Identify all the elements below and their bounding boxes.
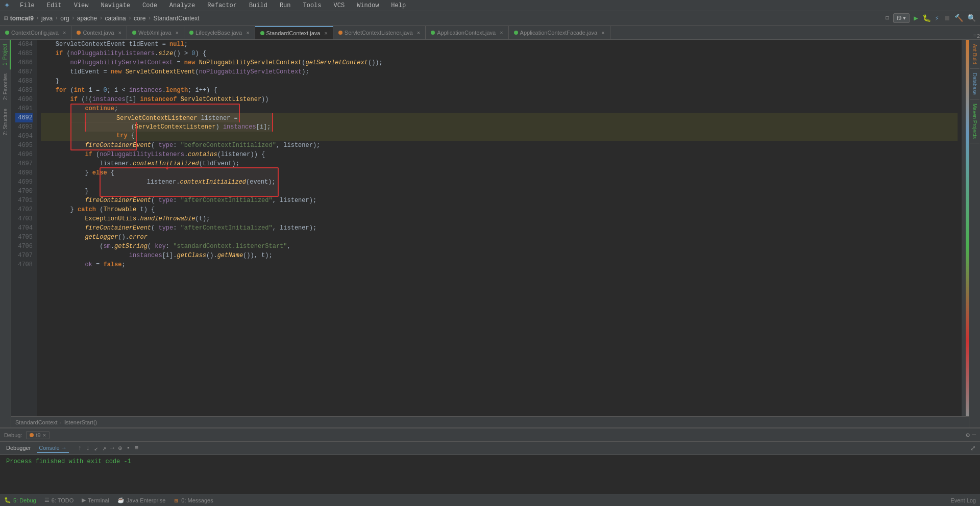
tab-count: ≡2 bbox=[969, 33, 980, 39]
line-num-4698: 4698 bbox=[15, 168, 33, 178]
search-button[interactable]: 🔍 bbox=[967, 14, 976, 22]
tab-context[interactable]: Context.java × bbox=[71, 26, 127, 39]
debug-tab-close[interactable]: × bbox=[43, 432, 46, 438]
tab-close-context[interactable]: × bbox=[118, 30, 121, 36]
debug-toolbar-down[interactable]: ↓ bbox=[85, 443, 91, 453]
status-todo[interactable]: ☰ 6: TODO bbox=[44, 497, 74, 503]
tab-dot-servletcontextlistener bbox=[338, 31, 342, 35]
toolbar-layout-icon[interactable]: ⊞ bbox=[4, 14, 8, 22]
menu-window[interactable]: Window bbox=[355, 1, 381, 10]
tab-close-standardcontext[interactable]: × bbox=[324, 30, 327, 36]
tab-close-applicationcontext[interactable]: × bbox=[500, 30, 503, 36]
code-line-4708: ok = false; bbox=[41, 260, 958, 269]
profile-button[interactable]: ⚡ bbox=[935, 14, 939, 22]
debug-toolbar-step-over[interactable]: ↙ bbox=[93, 443, 99, 453]
tab-close-servletcontextlistener[interactable]: × bbox=[417, 30, 420, 36]
status-messages[interactable]: 🗉 0: Messages bbox=[174, 497, 213, 503]
debug-minimize-icon[interactable]: — bbox=[972, 431, 976, 439]
tab-close-lifecyclebase[interactable]: × bbox=[246, 30, 249, 36]
status-java-enterprise[interactable]: ☕ Java Enterprise bbox=[117, 497, 165, 503]
menu-tools[interactable]: Tools bbox=[301, 1, 324, 10]
panel-database[interactable]: Database bbox=[970, 69, 979, 99]
code-line-4694: try { bbox=[41, 132, 958, 141]
tab-dot-lifecyclebase bbox=[189, 31, 193, 35]
debug-toolbar-maximize[interactable]: ⤢ bbox=[970, 444, 976, 452]
right-sidebar: Ant Build Database Maven Projects bbox=[969, 40, 980, 427]
build-button[interactable]: 🔨 bbox=[954, 14, 963, 22]
tab-close-contextconfig[interactable]: × bbox=[63, 30, 66, 36]
status-terminal[interactable]: ▶ Terminal bbox=[82, 497, 109, 503]
debug-settings-icon[interactable]: ⚙ bbox=[966, 431, 970, 439]
breadcrumb-footer: StandardContext › listenerStart() bbox=[11, 416, 969, 427]
menu-view[interactable]: View bbox=[72, 1, 91, 10]
code-line-4696: if (noPluggabilityListeners.contains(lis… bbox=[41, 150, 958, 159]
menu-navigate[interactable]: Navigate bbox=[99, 1, 132, 10]
tab-lifecyclebase[interactable]: LifecycleBase.java × bbox=[184, 26, 255, 39]
debug-toolbar-evaluate[interactable]: ⊕ bbox=[117, 443, 124, 453]
menu-run[interactable]: Run bbox=[278, 1, 293, 10]
debug-tab-debugger[interactable]: Debugger bbox=[4, 444, 33, 453]
debug-toolbar-up[interactable]: ↑ bbox=[77, 443, 83, 453]
panel-maven[interactable]: Maven Projects bbox=[970, 99, 979, 143]
debug-toolbar-resume[interactable]: → bbox=[109, 443, 115, 453]
tab-label-applicationcontextfacade: ApplicationContextFacade.java bbox=[520, 30, 598, 36]
line-numbers: 4684 4685 4686 4687 4688 4689 4690 4691 … bbox=[11, 40, 37, 416]
code-line-4693: (ServletContextListener) instances[i]; bbox=[41, 122, 958, 132]
tab-contextconfig[interactable]: ContextConfig.java × bbox=[0, 26, 71, 39]
menu-vcs[interactable]: VCS bbox=[332, 1, 347, 10]
process-output: Process finished with exit code -1 bbox=[6, 458, 131, 465]
code-line-4695: fireContainerEvent( type: "beforeContext… bbox=[41, 141, 958, 150]
tab-close-applicationcontextfacade[interactable]: × bbox=[601, 30, 604, 36]
debug-tab-badge[interactable]: t9 × bbox=[26, 431, 50, 439]
code-wrapper[interactable]: 4684 4685 4686 4687 4688 4689 4690 4691 … bbox=[11, 40, 969, 416]
tab-applicationcontext[interactable]: ApplicationContext.java × bbox=[426, 26, 508, 39]
stop-button[interactable]: ⏹ bbox=[943, 14, 950, 22]
play-button[interactable]: ▶ bbox=[914, 14, 918, 22]
menu-analyze[interactable]: Analyze bbox=[167, 1, 197, 10]
app-icon: ✦ bbox=[4, 2, 10, 9]
debug-button[interactable]: 🐛 bbox=[922, 14, 931, 22]
tab-applicationcontextfacade[interactable]: ApplicationContextFacade.java × bbox=[509, 26, 610, 39]
line-num-4684: 4684 bbox=[15, 40, 33, 49]
java-enterprise-label: Java Enterprise bbox=[127, 497, 165, 503]
menu-file[interactable]: File bbox=[18, 1, 37, 10]
event-log[interactable]: Event Log bbox=[950, 497, 976, 503]
code-content: ServletContextEvent tldEvent = null; if … bbox=[37, 40, 962, 416]
title-bar: ⊞ tomcat9 › java › org › apache › catali… bbox=[0, 11, 980, 26]
sidebar-structure[interactable]: Z: Structure bbox=[1, 105, 10, 139]
line-num-4689: 4689 bbox=[15, 86, 33, 95]
tab-label-servletcontextlistener: ServletContextListener.java bbox=[345, 30, 413, 36]
menu-help[interactable]: Help bbox=[389, 1, 408, 10]
code-line-4688: } bbox=[41, 77, 958, 86]
code-line-4707: instances[i].getClass().getName()), t); bbox=[41, 251, 958, 260]
menu-bar: ✦ File Edit View Navigate Code Analyze R… bbox=[0, 0, 980, 11]
breadcrumb-apache: apache bbox=[77, 15, 97, 22]
line-num-4685: 4685 bbox=[15, 49, 33, 58]
code-area: 4684 4685 4686 4687 4688 4689 4690 4691 … bbox=[11, 40, 969, 427]
panel-ant-build[interactable]: Ant Build bbox=[970, 40, 979, 69]
menu-build[interactable]: Build bbox=[247, 1, 270, 10]
menu-refactor[interactable]: Refactor bbox=[205, 1, 239, 10]
breadcrumb-java: java bbox=[41, 15, 53, 22]
debug-label: Debug: bbox=[4, 432, 22, 438]
debug-toolbar-stop[interactable]: ▪ bbox=[126, 443, 132, 453]
tab-webxml[interactable]: WebXml.java × bbox=[127, 26, 184, 39]
line-num-4691: 4691 bbox=[15, 104, 33, 113]
tab-close-webxml[interactable]: × bbox=[176, 30, 179, 36]
tab-servletcontextlistener[interactable]: ServletContextListener.java × bbox=[333, 26, 426, 39]
config-label[interactable]: t9 ▾ bbox=[893, 13, 910, 23]
sidebar-project[interactable]: 1: Project bbox=[0, 40, 11, 69]
debug-tab-console[interactable]: Console → bbox=[37, 444, 68, 453]
menu-edit[interactable]: Edit bbox=[45, 1, 64, 10]
tab-label-context: Context.java bbox=[83, 30, 114, 36]
debug-panel: Debug: t9 × ⚙ — Debugger Console → ↑ ↓ ↙… bbox=[0, 427, 980, 494]
tab-standardcontext[interactable]: StandardContext.java × bbox=[255, 26, 333, 39]
code-line-4703: ExceptionUtils.handleThrowable(t); bbox=[41, 214, 958, 223]
sidebar-favorites[interactable]: 2: Favorites bbox=[1, 69, 10, 104]
status-debug[interactable]: 🐛 5: Debug bbox=[4, 497, 36, 503]
breadcrumb-method: listenerStart() bbox=[63, 419, 97, 425]
code-line-4706: (sm.getString( key: "standardContext.lis… bbox=[41, 242, 958, 251]
debug-toolbar-step-out[interactable]: ↗ bbox=[101, 443, 107, 453]
debug-toolbar-settings[interactable]: ≡ bbox=[133, 443, 139, 453]
menu-code[interactable]: Code bbox=[140, 1, 159, 10]
